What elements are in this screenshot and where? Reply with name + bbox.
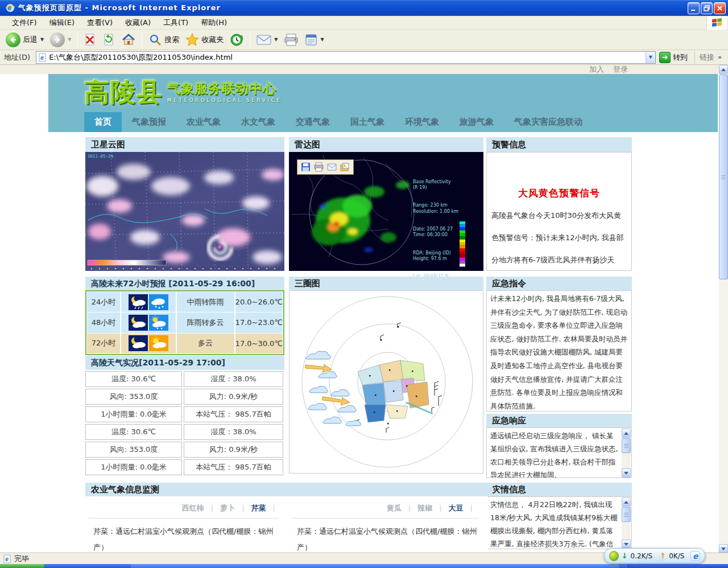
forecast-weather: 阵雨转多云 — [177, 312, 234, 332]
address-input[interactable]: e E:\气象台\原型20110530\原型20110530\index.htm… — [36, 51, 656, 64]
scroll-down-icon[interactable] — [719, 544, 728, 553]
mail-icon — [257, 34, 271, 46]
back-icon — [6, 32, 20, 47]
forecast-period: 48小时 — [87, 312, 120, 332]
scroll-up-icon[interactable] — [622, 429, 631, 438]
links-chevron-icon: » — [718, 53, 722, 61]
day-shower-icon — [149, 315, 168, 331]
mail-dropdown-icon[interactable]: ▼ — [274, 37, 278, 42]
nav-traffic[interactable]: 交通气象 — [286, 112, 340, 132]
history-button[interactable] — [228, 32, 246, 48]
forecast-panel-header: 高陵未来72小时预报 [2011-05-29 16:00] — [85, 277, 284, 290]
windows-flag-icon — [706, 16, 727, 30]
links-button[interactable]: 链接 » — [694, 51, 726, 64]
favorites-star-icon — [185, 33, 199, 47]
tab-soybean[interactable]: 大豆 — [445, 503, 476, 513]
scrollbar-thumb[interactable] — [622, 507, 631, 522]
refresh-button[interactable] — [101, 32, 118, 48]
scroll-down-icon[interactable] — [622, 540, 631, 549]
menu-help[interactable]: 帮助(H) — [195, 18, 233, 28]
join-link[interactable]: 加入 — [589, 65, 604, 74]
scroll-up-icon[interactable] — [622, 497, 631, 507]
address-dropdown-icon[interactable]: ▼ — [646, 52, 655, 63]
scroll-up-icon[interactable] — [719, 65, 728, 74]
agri-left-text: 芹菜：通远仁村温室小气候观测点（四代棚/棚膜：锦州产） — [93, 524, 281, 553]
menu-edit[interactable]: 编辑(E) — [43, 18, 81, 28]
tab-radish[interactable]: 萝卜 — [217, 503, 247, 513]
command-panel-body: 计未来12小时内, 我县局地将有6-7级大风, 并伴有沙尘天气, 为了做好防范工… — [486, 290, 632, 411]
ie-widget-icon[interactable]: e — [690, 551, 700, 561]
login-link[interactable]: 登录 — [613, 65, 628, 74]
scrollbar-thumb[interactable] — [719, 75, 728, 279]
nav-tourism[interactable]: 旅游气象 — [449, 112, 504, 132]
nav-home[interactable]: 首页 — [84, 112, 122, 132]
go-button[interactable]: ➔ 转到 — [659, 52, 691, 63]
links-label: 链接 — [700, 52, 714, 63]
email-image-icon[interactable] — [327, 162, 337, 172]
nav-hydrology[interactable]: 水文气象 — [231, 112, 286, 132]
tab-pepper[interactable]: 辣椒 — [414, 503, 445, 513]
tab-celery[interactable]: 芹菜 — [248, 503, 279, 513]
menu-file[interactable]: 文件(F) — [6, 18, 43, 28]
stop-button[interactable] — [82, 32, 99, 48]
close-button[interactable] — [714, 2, 726, 14]
start-button[interactable] — [0, 564, 44, 568]
minimize-button[interactable] — [688, 2, 700, 14]
disaster-panel-header: 灾情信息 — [486, 483, 632, 496]
forecast-temp: 17.0~30.0℃ — [235, 334, 283, 353]
response-scrollbar[interactable] — [622, 429, 631, 478]
radar-panel-header: 雷达图 — [289, 137, 483, 152]
back-button[interactable]: 后退 ▼ — [3, 31, 46, 48]
nav-weather-forecast[interactable]: 气象预报 — [122, 112, 176, 132]
home-button[interactable] — [119, 32, 138, 48]
mail-button[interactable]: ▼ — [254, 33, 280, 47]
menu-view[interactable]: 查看(V) — [81, 18, 119, 28]
forecast-temp: 17.0~23.0℃ — [235, 312, 283, 332]
save-icon[interactable] — [301, 162, 311, 172]
search-button[interactable]: 搜索 — [146, 32, 181, 48]
address-label: 地址(D) — [2, 52, 32, 63]
tab-tomato[interactable]: 西红柿 — [179, 503, 217, 513]
disaster-scrollbar[interactable] — [622, 497, 631, 549]
back-dropdown-icon[interactable]: ▼ — [40, 37, 44, 42]
satellite-cloud-image: 2011-05-29 — [85, 152, 284, 271]
restore-button[interactable] — [701, 2, 713, 14]
refresh-icon — [103, 33, 115, 47]
warning-panel-header: 预警信息 — [486, 137, 632, 152]
live-cell-temperature: 温度: 30.6℃ — [85, 371, 182, 387]
forward-button[interactable]: ▼ — [48, 31, 73, 48]
disaster-text: 灾情信息， 4月22日晚22时, 我镇出现18米/秒大风, 大风造成我镇某村9栋… — [487, 497, 631, 549]
menu-tools[interactable]: 工具(T) — [157, 18, 195, 28]
history-icon — [230, 33, 243, 47]
tab-divider — [89, 518, 279, 518]
site-header: 高陵县 气象服务联动中心 METEOROLOGICAL SERVICE 首页 气… — [48, 74, 718, 132]
print-image-icon[interactable] — [314, 162, 324, 172]
forecast-row-72h: 72小时 多云 17.0~30.0℃ — [87, 334, 283, 353]
taskbar-window-button[interactable] — [131, 564, 619, 568]
response-panel-header: 应急响应 — [486, 414, 632, 427]
satellite-caption: 2011-05-29 — [88, 154, 113, 159]
nav-land[interactable]: 国土气象 — [340, 112, 395, 132]
menu-favorites[interactable]: 收藏(A) — [119, 18, 157, 28]
upload-speed: 0K/S — [669, 552, 684, 560]
forecast-period: 24小时 — [87, 292, 120, 312]
night-cloudy-icon — [129, 315, 148, 331]
tab-cucumber[interactable]: 黄瓜 — [383, 503, 414, 513]
my-pictures-icon[interactable] — [340, 162, 350, 172]
forecast-weather: 多云 — [177, 334, 234, 353]
scroll-down-icon[interactable] — [622, 468, 631, 478]
nav-disaster-emergency[interactable]: 气象灾害应急联动 — [504, 112, 593, 132]
edit-button[interactable]: ▼ — [303, 32, 326, 47]
nav-environment[interactable]: 环境气象 — [395, 112, 449, 132]
favorites-button[interactable]: 收藏夹 — [183, 32, 226, 48]
scrollbar-thumb[interactable] — [622, 438, 631, 453]
edit-dropdown-icon[interactable]: ▼ — [320, 37, 324, 42]
print-button[interactable] — [282, 32, 301, 47]
live-cell-rainfall: 1小时雨量: 0.0毫米 — [85, 459, 182, 475]
forward-dropdown-icon: ▼ — [68, 37, 71, 42]
page-scrollbar[interactable] — [719, 65, 728, 553]
network-speed-widget[interactable]: ↓ 0.2K/S ↑ 0K/S e — [604, 548, 705, 563]
threecircle-panel-header: 三圈图 — [289, 277, 483, 290]
nav-agriculture[interactable]: 农业气象 — [176, 112, 231, 132]
live-weather-panel-header: 高陵天气实况[2011-05-29 17:00] — [85, 356, 284, 370]
